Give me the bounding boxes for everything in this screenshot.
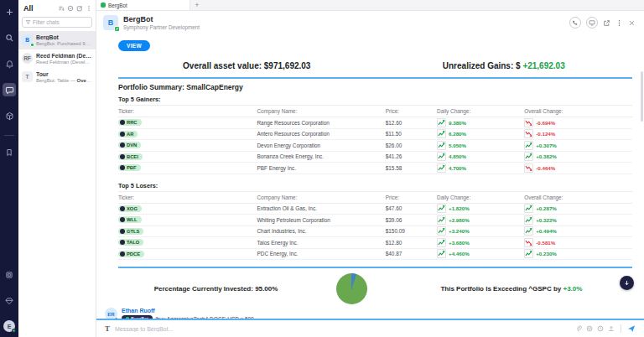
ticker-pill[interactable]: BCEI [118,153,143,160]
rail-divider [4,135,14,136]
company-name: Chart Industries, Inc. [257,226,386,237]
send-icon[interactable] [627,324,636,333]
table-row: RRC Range Resources Corporation $12.60 9… [118,117,632,129]
scrollbar[interactable] [641,71,643,122]
new-tab-button[interactable]: + [190,0,204,10]
bookmark-icon[interactable] [3,146,16,159]
chat-subtitle: Symphony Partner Development [123,24,569,30]
user-avatar-initial: E [8,324,12,329]
ticker-pill[interactable]: GTLS [118,228,143,235]
ticker-pill[interactable]: RRC [118,119,142,126]
sort-icon[interactable] [58,5,65,12]
table-row: PBF PBF Energy Inc. $15.58 4.700% -0.464… [118,163,632,174]
cashtag-icon [120,132,125,137]
directory-icon[interactable] [3,268,16,282]
col-ticker: Ticker: [118,106,257,117]
gainers-title: Top 5 Gainers: [118,96,632,103]
ticker-pill[interactable]: TALO [118,239,143,246]
company-name: Antero Resources Corporation [257,128,386,140]
bot-presence-badge [30,43,34,47]
share-screen-icon[interactable] [586,17,598,29]
message-input[interactable] [115,326,570,332]
section-divider [118,77,632,79]
cashtag-icon [120,217,125,222]
message-composer: T [96,319,644,337]
col-company: Company Name: [257,191,386,203]
price: $12.60 [386,117,437,129]
price: $12.80 [386,237,437,249]
close-icon[interactable] [628,19,636,27]
ticker-pill[interactable]: AR [118,131,138,137]
tab-strip: BergBot + [96,0,644,11]
overall-change: +0.382% [524,152,557,161]
daily-change: 4.850% [437,152,466,161]
col-daily: Daily Change: [437,106,524,117]
more-icon[interactable] [86,5,92,12]
chat-item-preview: BergBot: Purchased 907,528 shares of 'D.… [36,41,92,46]
col-overall: Overall Change: [524,191,632,203]
compose-icon[interactable] [76,5,83,12]
upload-icon[interactable] [608,325,615,332]
ticker-pill[interactable]: PBF [118,164,141,171]
exceeding-gspc: This Portfolio Is Exceeding ^GSPC by +3.… [391,285,632,293]
sender-name[interactable]: Ethan Ruoff [122,308,254,314]
sender-avatar[interactable]: ER [105,308,117,319]
user-avatar[interactable]: E [3,320,15,332]
overall-asset-value: Overall asset value: $971,692.03 [118,61,376,70]
bell-icon[interactable] [3,57,16,70]
tab-label: BergBot [108,3,127,8]
chat-icon[interactable] [3,83,16,96]
bergbot-mention-pill[interactable]: BergBot [122,315,153,319]
ticker-pill[interactable]: DVN [118,142,141,148]
price: $26.00 [386,140,437,152]
cashtag-icon [120,229,125,234]
check-circle-icon[interactable] [67,5,74,12]
tab-bergbot[interactable]: BergBot [96,0,190,10]
text-format-icon[interactable]: T [105,324,110,333]
company-name: Whiting Petroleum Corporation [257,215,386,226]
chat-item-name: Reed Feldman (Develop 2) [36,53,92,59]
call-icon[interactable] [569,17,581,29]
company-name: Talos Energy Inc. [257,237,386,249]
ticker-pill[interactable]: XOG [118,205,142,212]
filter-chats-input[interactable] [33,19,89,25]
daily-change: +1.820% [437,204,470,213]
trend-up-icon [437,238,446,247]
chat-item-tour[interactable]: T Tour BergBot: Table — Overall asset va… [18,68,96,86]
trend-down-icon [524,163,533,173]
gem-icon[interactable] [3,294,16,308]
chat-item-bergbot[interactable]: B BergBot BergBot: Purchased 907,528 sha… [18,31,96,49]
overall-change: +0.322% [524,215,557,225]
attachment-icon[interactable] [575,325,582,332]
plus-icon[interactable] [3,5,16,18]
cashtag-icon [120,251,125,257]
col-overall: Overall Change: [524,106,632,117]
more-icon[interactable] [615,19,623,27]
scroll-to-latest-button[interactable] [620,276,634,290]
trend-up-icon [524,152,533,161]
trend-up-icon [437,204,446,213]
gainers-table: Ticker: Company Name: Price: Daily Chang… [118,105,632,174]
col-price: Price: [386,191,437,203]
message-text: /buy AggressiveTech4 DOGE-USD x 500 [155,316,254,319]
search-icon[interactable] [3,31,16,44]
trend-up-icon [524,141,533,150]
chat-item-preview: Reed Feldman (Develop 2): talk soon [36,60,92,65]
view-button[interactable]: VIEW [118,40,150,51]
apps-icon[interactable] [3,109,16,122]
emoji-icon[interactable] [586,325,593,332]
ticker-pill[interactable]: PDCE [118,251,144,257]
table-row: GTLS Chart Industries, Inc. $150.09 +3.2… [118,226,632,237]
trend-down-icon [524,238,533,247]
price: $40.87 [386,248,437,260]
pop-out-icon[interactable] [603,19,610,27]
price: $11.50 [386,128,437,140]
schedule-icon[interactable] [597,325,604,332]
bergbot-avatar[interactable]: B ✓ [103,15,118,30]
trend-down-icon [524,129,533,138]
cashtag-icon [120,154,125,159]
chat-item-reed-feldman[interactable]: RF Reed Feldman (Develop 2) Reed Feldman… [18,49,96,68]
losers-table: Ticker: Company Name: Price: Daily Chang… [118,191,632,261]
company-name: PDC Energy, Inc. [257,248,386,260]
ticker-pill[interactable]: WLL [118,216,142,223]
